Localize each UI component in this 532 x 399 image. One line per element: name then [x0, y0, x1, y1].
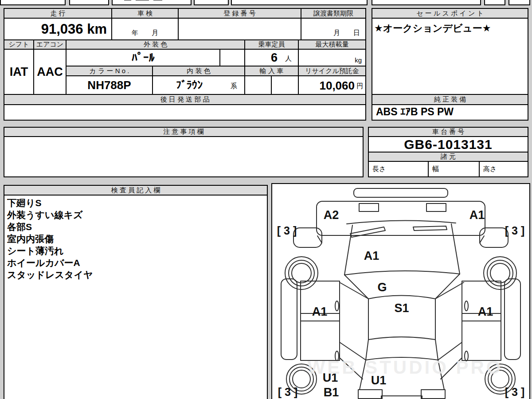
interior-color-value: ﾌﾞﾗｳﾝ — [176, 79, 203, 91]
fender-line-right — [480, 236, 484, 243]
front-bumper-shape — [317, 201, 485, 235]
cutoff-cell — [484, 0, 505, 5]
mark-cowl: G — [377, 281, 387, 294]
tire-mark-front-right: [ 3 ] — [505, 224, 524, 237]
inspector-item: 室内内張傷 — [7, 233, 264, 245]
registration-value — [179, 19, 301, 40]
sales-point-value: ★オークションデビュー★ — [372, 19, 528, 95]
inspector-panel: 検 査 員 記 入 欄 下廻りS 外装うすい線キズ 各部S 室内内張傷 シート薄… — [4, 185, 268, 399]
recycle-header: リサイクル預託金 — [299, 66, 365, 76]
exterior-color-extra-cell — [220, 50, 245, 66]
inspector-header: 検 査 員 記 入 欄 — [4, 186, 267, 196]
recycle-unit: 円 — [356, 82, 363, 90]
interior-color-header: 内 装 色 — [153, 66, 245, 76]
cutoff-cell — [69, 0, 109, 5]
roof-front-arc — [368, 296, 435, 299]
aircon-header: エアコン — [34, 40, 66, 50]
wheel-front-right — [484, 257, 516, 289]
capacity-value: 6 — [271, 51, 278, 65]
cutoff-cell — [372, 0, 481, 5]
inspector-item: シート薄汚れ — [7, 245, 264, 257]
aircon-value: AAC — [34, 50, 66, 95]
headlight-left-shape — [359, 203, 379, 211]
sales-point-header: セ ー ル ス ポ イ ン ト — [372, 9, 528, 19]
inspector-item: スタッドレスタイヤ — [7, 269, 264, 281]
headlight-right-shape — [426, 203, 446, 211]
chassis-header: 車 台 番 号 — [369, 128, 528, 137]
mileage-value: 91,036 km — [4, 19, 112, 40]
later-parts-header: 後 日 発 送 部 品 — [4, 95, 365, 105]
wiper-right-shape — [413, 226, 447, 231]
spec-table: 走 行 車 検 登 録 番 号 譲渡書類期限 91,036 km 年 月 月 日… — [4, 8, 366, 121]
inspector-list: 下廻りS 外装うすい線キズ 各部S 室内内張傷 シート薄汚れ ホイールカバーA … — [4, 196, 267, 399]
notes-value — [4, 137, 363, 176]
import-value-cell-1 — [245, 76, 272, 95]
mark-front-left: A2 — [324, 208, 339, 222]
inspector-item: 外装うすい線キズ — [7, 209, 264, 221]
car-diagram: A2 A1 A1 G S1 A1 A1 U1 U1 B1 [ 3 ] [ 3 ]… — [271, 183, 530, 399]
door-handle-left-front — [335, 301, 339, 311]
transfer-deadline-value: 月 日 — [301, 19, 365, 40]
tail-light-left-shape — [358, 390, 382, 399]
cutoff-cell — [0, 0, 66, 5]
max-load-value: kg — [299, 50, 365, 66]
mark-right-door: A1 — [478, 305, 493, 318]
specs-header: 諸 元 — [369, 153, 528, 162]
notes-header: 注 意 事 項 欄 — [4, 128, 363, 137]
rear-bumper-shape — [381, 396, 422, 399]
shift-header: シフト — [4, 40, 34, 50]
mirror-right-shape — [480, 228, 508, 247]
import-value-cell-2 — [272, 76, 299, 95]
exterior-color-value: ﾊﾟｰﾙ — [66, 50, 220, 66]
mark-rear-left-lower: B1 — [324, 386, 339, 399]
mark-left-door: A1 — [312, 305, 328, 318]
later-parts-value — [4, 105, 365, 120]
car-diagram-svg: A2 A1 A1 G S1 A1 A1 U1 U1 B1 [ 3 ] [ 3 ]… — [272, 184, 529, 399]
transfer-deadline-header: 譲渡書類期限 — [301, 9, 365, 19]
rear-window-top-arc — [368, 337, 435, 340]
inspection-value: 年 月 — [112, 19, 179, 40]
inspector-item: 各部S — [7, 221, 264, 233]
recycle-value-cell: 10,060 円 — [299, 76, 365, 95]
exterior-color-header: 外 装 色 — [66, 40, 245, 50]
roof-strip-shape — [354, 188, 448, 197]
cutoff-cell — [231, 0, 368, 5]
equipment-header: 純 正 装 備 — [372, 95, 528, 105]
height-cell: 高さ — [480, 162, 528, 176]
color-no-header: カ ラ ー N o . — [66, 66, 153, 76]
cutoff-cell — [194, 0, 229, 5]
mark-windshield: A1 — [364, 249, 379, 262]
door-handle-right-front — [465, 301, 468, 311]
fender-line-left — [317, 236, 322, 243]
capacity-header: 乗車定員 — [245, 40, 299, 50]
shift-value: IAT — [4, 50, 34, 95]
chassis-panel: 車 台 番 号 GB6-1013131 諸 元 長さ 幅 高さ — [368, 127, 528, 177]
mark-roof: S1 — [394, 301, 409, 315]
equipment-value: ABS ｴｱB PS PW — [372, 105, 528, 120]
windshield-right-edge — [451, 224, 460, 274]
length-cell: 長さ — [369, 162, 429, 176]
capacity-value-cell: 6 人 — [245, 50, 299, 66]
sales-point-panel: セ ー ル ス ポ イ ン ト ★オークションデビュー★ 純 正 装 備 ABS… — [372, 8, 528, 121]
registration-header: 登 録 番 号 — [179, 9, 301, 19]
interior-color-suffix: 系 — [231, 82, 237, 90]
wheel-front-left — [285, 257, 318, 289]
capacity-unit: 人 — [285, 55, 292, 63]
inspector-item: 下廻りS — [7, 197, 264, 209]
mirror-left-shape — [293, 228, 322, 247]
windshield-bottom-arc — [344, 271, 460, 275]
sill-right-shape — [505, 279, 520, 360]
max-load-header: 最大積載量 — [299, 40, 365, 50]
cutoff-cell — [112, 0, 192, 5]
inspection-header: 車 検 — [112, 9, 179, 19]
color-no-value: NH788P — [66, 76, 153, 95]
tire-mark-rear-left: [ 3 ] — [278, 386, 297, 398]
tire-mark-front-left: [ 3 ] — [277, 224, 297, 237]
tire-mark-rear-right: [ 3 ] — [505, 386, 524, 398]
import-header: 輸 入 車 — [245, 66, 299, 76]
cutoff-cell — [509, 0, 530, 5]
watermark: WEB STUDIO PRO — [307, 357, 503, 378]
interior-color-value-cell: ﾌﾞﾗｳﾝ 系 — [153, 76, 245, 95]
recycle-value: 10,060 — [319, 79, 355, 93]
cowl-arc — [347, 220, 456, 224]
